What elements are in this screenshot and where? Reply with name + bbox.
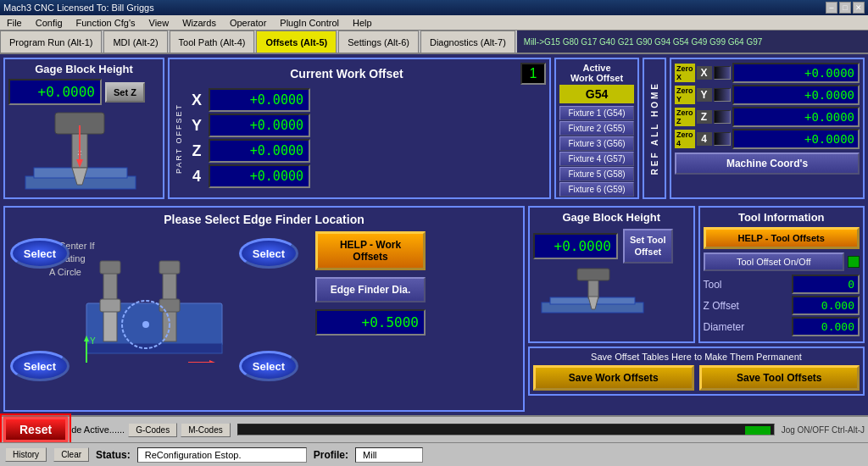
edge-finder-dia-label[interactable]: Edge Finder Dia. [315,277,426,302]
machine-axis-4: 4 [697,132,712,146]
z-offset-value[interactable]: 0.000 [792,296,860,315]
menu-operator[interactable]: Operator [226,18,270,28]
edge-finder-panel: Please Select Edge Finder Location Click… [3,206,525,412]
ref-all-home-label: REF ALL HOME [650,81,659,175]
fixture-5-btn[interactable]: Fixture 5 (G58) [559,167,634,181]
offset-row-x: X [188,88,546,112]
minimize-button[interactable]: – [826,2,837,14]
status-value: ReConfiguration Estop. [137,447,307,463]
machine-axis-y: Y [697,88,712,102]
tool-info-title: Tool Information [704,211,860,224]
gcodes-button[interactable]: G-Codes [128,423,177,437]
save-btns-row: Save Work Offsets Save Tool Offsets [533,365,860,391]
save-work-offsets-btn[interactable]: Save Work Offsets [533,365,694,391]
fixture-3-btn[interactable]: Fixture 3 (G56) [559,136,634,151]
edge-finder-dia-value[interactable]: +0.5000 [315,309,426,336]
machine-x-value[interactable]: +0.0000 [732,63,860,83]
help-tool-offsets-btn[interactable]: HELP - Tool Offsets [704,227,860,249]
save-offsets-panel: Save Offset Tables Here to Make Them Per… [528,347,865,396]
tool-offset-toggle-btn[interactable]: Tool Offset On/Off [704,252,845,271]
menu-function-cfgs[interactable]: Function Cfg's [73,18,139,28]
offset-row-z: Z [188,139,546,163]
select-top-right-btn[interactable]: Select [239,238,298,269]
zero-4-badge: Zero4 [675,130,695,148]
profile-label: Profile: [314,449,348,461]
machine-4-value[interactable]: +0.0000 [732,129,860,149]
select-bottom-left-btn[interactable]: Select [10,351,70,381]
axis-z-label: Z [188,142,205,160]
g54-display[interactable]: G54 [559,85,634,103]
svg-rect-11 [100,261,120,274]
tool-graphic-left: Z [8,108,153,202]
save-tool-offsets-btn[interactable]: Save Tool Offsets [699,365,860,391]
menu-plugin[interactable]: PlugIn Control [276,18,342,28]
profile-value: Mill [355,447,423,463]
z-slider[interactable] [714,110,731,124]
tool-data-row-tool: Tool 0 [704,275,860,294]
tab-offsets[interactable]: Offsets (Alt-5) [256,31,337,53]
offset-4-input[interactable] [209,164,310,188]
active-offset-title: ActiveWork Offset [559,63,634,83]
work-offset-number[interactable]: 1 [520,63,546,85]
menu-view[interactable]: View [146,18,173,28]
gage-tool-row: Gage Block Height +0.0000 Set ToolOffset [528,206,865,343]
gage-block-left-value[interactable]: +0.0000 [8,79,102,105]
gcode-display: Mill->G15 G80 G17 G40 G21 G90 G94 G54 G4… [517,31,868,53]
bottom-bar: Reset de Active...... G-Codes M-Codes Jo… [0,415,868,442]
machine-z-value[interactable]: +0.0000 [732,107,860,127]
svg-rect-15 [100,299,120,312]
menu-config[interactable]: Config [32,18,66,28]
fixture-6-btn[interactable]: Fixture 6 (G59) [559,182,634,197]
offset-z-input[interactable] [209,139,310,163]
tab-diagnostics[interactable]: Diagnostics (Alt-7) [420,31,515,53]
machine-y-value[interactable]: +0.0000 [732,85,860,105]
diameter-value[interactable]: 0.000 [792,317,860,336]
machine-table-svg: X Y [78,252,231,363]
menu-wizards[interactable]: Wizards [179,18,220,28]
x-slider[interactable] [714,66,731,80]
mcodes-button[interactable]: M-Codes [181,423,231,437]
set-z-button[interactable]: Set Z [105,82,145,103]
window-controls: – □ ✕ [826,2,865,14]
menu-help[interactable]: Help [349,18,376,28]
fixture-4-btn[interactable]: Fixture 4 (G57) [559,152,634,166]
tab-mdi[interactable]: MDI (Alt-2) [103,31,167,53]
maximize-button[interactable]: □ [839,2,851,14]
clear-button[interactable]: Clear [53,447,89,462]
machine-axis-x: X [697,66,712,80]
close-button[interactable]: ✕ [853,2,865,14]
gage-right-content: +0.0000 Set ToolOffset [533,229,690,264]
tool-value[interactable]: 0 [792,275,860,294]
active-offset-panel: ActiveWork Offset G54 Fixture 1 (G54) Fi… [554,58,639,199]
svg-rect-30 [577,269,609,280]
help-work-offsets-btn[interactable]: HELP - Work Offsets [315,231,426,270]
status-bar: History Clear Status: ReConfiguration Es… [0,442,868,466]
offset-x-input[interactable] [209,88,310,112]
select-top-left-btn[interactable]: Select [10,238,70,269]
jog-label: Jog ON/OFF Ctrl-Alt-J [782,425,865,435]
y-slider[interactable] [714,88,731,102]
edge-finder-title: Please Select Edge Finder Location [10,213,518,226]
tab-tool-path[interactable]: Tool Path (Alt-4) [170,31,255,53]
gage-block-right-title: Gage Block Height [533,211,690,224]
offset-rows: X Y Z 4 [188,88,546,190]
set-tool-offset-btn[interactable]: Set ToolOffset [623,229,673,264]
history-button[interactable]: History [5,447,47,462]
offset-row-y: Y [188,114,546,137]
machine-coords-button[interactable]: Machine Coord's [675,153,860,175]
title-bar: Mach3 CNC Licensed To: Bill Griggs – □ ✕ [0,0,868,15]
gage-block-right-value[interactable]: +0.0000 [533,233,618,259]
4-slider[interactable] [714,132,731,146]
tab-program-run[interactable]: Program Run (Alt-1) [0,31,102,53]
jog-bar[interactable] [237,424,775,435]
tab-bar: Program Run (Alt-1) MDI (Alt-2) Tool Pat… [0,31,868,54]
zero-z-badge: ZeroZ [675,108,695,126]
tab-settings[interactable]: Settings (Alt-6) [338,31,419,53]
menu-file[interactable]: File [3,18,25,28]
reset-button[interactable]: Reset [3,417,68,442]
fixture-1-btn[interactable]: Fixture 1 (G54) [559,106,634,120]
fixture-2-btn[interactable]: Fixture 2 (G55) [559,121,634,136]
svg-marker-21 [209,360,215,363]
offset-y-input[interactable] [209,114,310,137]
select-bottom-right-btn[interactable]: Select [239,351,298,381]
